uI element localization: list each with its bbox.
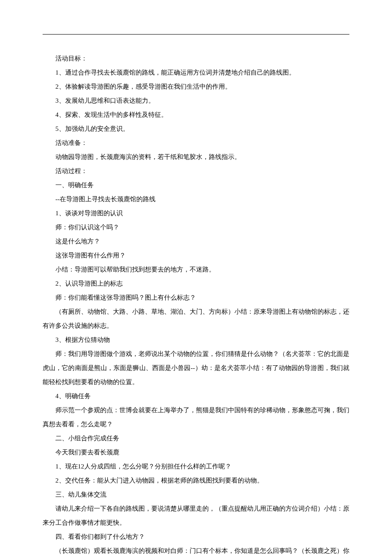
paragraph: 活动准备： [43, 136, 349, 150]
paragraph: 3、根据方位猜动物 [43, 333, 349, 347]
paragraph: 四、看看你们都到了什么地方？ [43, 530, 349, 544]
paragraph: 二、小组合作完成任务 [43, 431, 349, 445]
paragraph: （有厕所、动物馆、大路、小路、草地、湖泊、大门、方向标）小结：原来导游图上有动物… [43, 305, 349, 333]
paragraph: 师：你们认识这个吗？ [43, 220, 349, 234]
paragraph: 三、幼儿集体交流 [43, 488, 349, 502]
paragraph: --在导游图上寻找去长颈鹿馆的路线 [43, 192, 349, 206]
paragraph: 1、现在12人分成四组，怎么分呢？分别担任什么样的工作呢？ [43, 460, 349, 474]
paragraph: 请幼儿来介绍一下各自的路线图，要说清楚从哪里走的，（重点提醒幼儿用正确的方位词介… [43, 502, 349, 530]
paragraph: （长颈鹿馆）观看长颈鹿海滨的视频和对白师：门口有个标本，你知道是怎么回事吗？（长… [43, 544, 349, 555]
paragraph: 小结：导游图可以帮助我们找到想要去的地方，不迷路。 [43, 263, 349, 277]
document-content: 活动目标：1、通过合作寻找去长颈鹿馆的路线，能正确运用方位词并清楚地介绍自己的路… [43, 52, 349, 555]
paragraph: 活动目标： [43, 52, 349, 66]
paragraph: 这张导游图有什么作用？ [43, 249, 349, 263]
paragraph: 活动过程： [43, 164, 349, 178]
paragraph: 4、明确任务 [43, 389, 349, 403]
paragraph: 师：你们能看懂这张导游图吗？图上有什么标志？ [43, 291, 349, 305]
paragraph: 4、探索、发现生活中的多样性及特征。 [43, 108, 349, 122]
paragraph: 师：我们用导游图做个游戏，老师说出某个动物的位置，你们猜猜是什么动物？（名犬荟萃… [43, 347, 349, 389]
paragraph: 3、发展幼儿思维和口语表达能力。 [43, 94, 349, 108]
paragraph: 1、通过合作寻找去长颈鹿馆的路线，能正确运用方位词并清楚地介绍自己的路线图。 [43, 66, 349, 80]
paragraph: 师示范一个参观的点：世博会就要在上海举办了，熊猫是我们中国特有的珍稀动物，形象憨… [43, 403, 349, 431]
paragraph: 2、认识导游图上的标志 [43, 277, 349, 291]
paragraph: 2、体验解读导游图的乐趣，感受导游图在我们生活中的作用。 [43, 80, 349, 94]
paragraph: 1、谈谈对导游图的认识 [43, 206, 349, 220]
horizontal-rule [43, 34, 349, 35]
paragraph: 5、加强幼儿的安全意识。 [43, 122, 349, 136]
paragraph: 今天我们要去看长颈鹿 [43, 445, 349, 460]
paragraph: 动物园导游图，长颈鹿海滨的资料，若干纸和笔胶水，路线指示。 [43, 150, 349, 164]
paragraph: 2、交代任务：能从大门进入动物园，根据老师的路线图找到要看的动物。 [43, 474, 349, 488]
paragraph: 这是什么地方？ [43, 234, 349, 249]
paragraph: 一、明确任务 [43, 178, 349, 192]
